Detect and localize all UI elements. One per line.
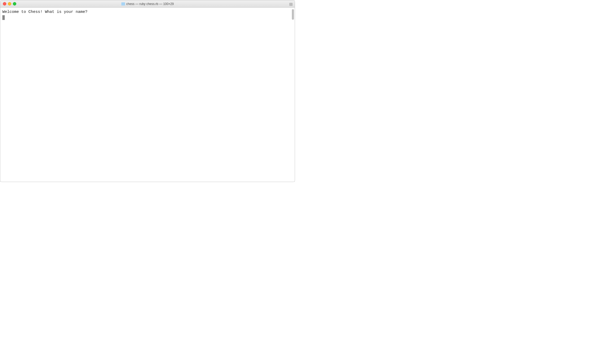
scrollbar-toggle-icon[interactable]: ▤ [289, 2, 293, 6]
terminal-content[interactable]: Welcome to Chess! What is your name? [0, 8, 295, 182]
folder-icon [121, 2, 125, 6]
maximize-button[interactable] [13, 2, 16, 6]
minimize-button[interactable] [8, 2, 11, 6]
title-text: chess — ruby chess.rb — 100×29 [126, 2, 174, 6]
traffic-lights [3, 2, 16, 6]
terminal-window: chess — ruby chess.rb — 100×29 ▤ Welcome… [0, 0, 295, 182]
text-cursor [2, 15, 5, 20]
titlebar: chess — ruby chess.rb — 100×29 ▤ [0, 0, 295, 8]
terminal-output-line: Welcome to Chess! What is your name? [2, 9, 293, 15]
scrollbar[interactable] [291, 8, 295, 182]
close-button[interactable] [3, 2, 6, 6]
cursor-line [2, 15, 293, 20]
window-title: chess — ruby chess.rb — 100×29 [121, 2, 174, 6]
scrollbar-thumb[interactable] [292, 9, 294, 20]
